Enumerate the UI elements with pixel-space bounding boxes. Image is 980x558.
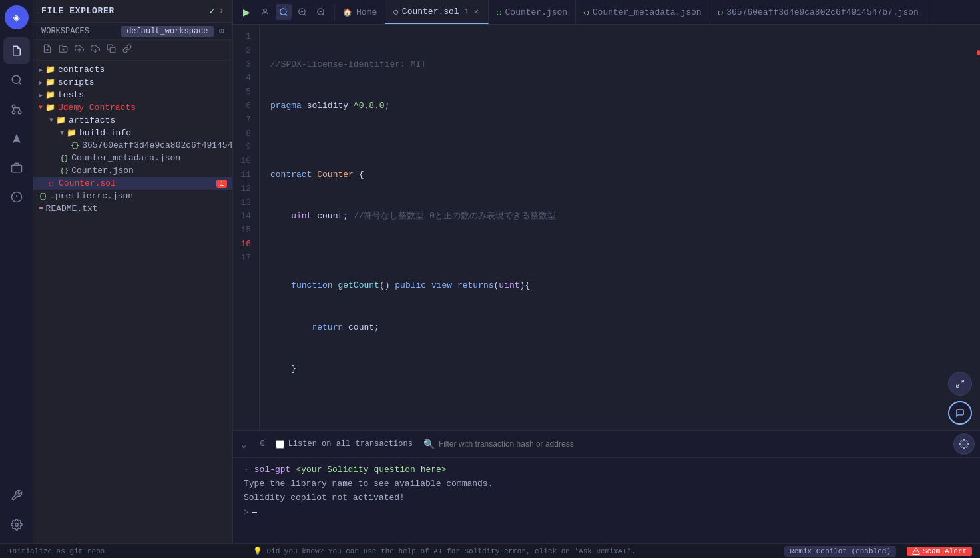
tree-item-counter-json[interactable]: {} Counter.json <box>33 164 232 177</box>
status-info-text: Did you know? You can use the help of AI… <box>266 547 636 555</box>
tab-home[interactable]: 🏠 Home <box>335 0 385 24</box>
filter-container: 🔍 <box>423 439 948 450</box>
collapse-icon[interactable]: ⌄ <box>238 437 249 451</box>
tree-item-contracts[interactable]: ▶ 📁 contracts <box>33 63 232 76</box>
tab-counter-sol[interactable]: ◯ Counter.sol 1 ✕ <box>385 0 489 24</box>
listen-checkbox-input[interactable] <box>276 440 284 449</box>
folder-icon: 📁 <box>45 77 55 87</box>
folder-icon: 📁 <box>56 115 66 125</box>
info-icon: 💡 <box>253 547 262 555</box>
svg-point-4 <box>12 111 15 114</box>
terminal-line-3: Solidity copilot not activated! <box>244 491 969 505</box>
json-icon: {} <box>60 167 69 175</box>
copy-icon[interactable] <box>105 43 117 57</box>
new-file-icon[interactable] <box>41 43 53 57</box>
tree-item-365760[interactable]: {} 365760eaff3d4e9ca802c6f491454... <box>33 139 232 152</box>
code-editor[interactable]: //SPDX-License-Identifier: MIT pragma so… <box>260 25 980 430</box>
terminal-cursor <box>252 512 257 513</box>
activity-wrench[interactable] <box>3 482 30 509</box>
new-folder-icon[interactable] <box>57 43 69 57</box>
chevron-down-icon: ▶ <box>39 66 43 74</box>
filter-input[interactable] <box>439 439 948 449</box>
ws-label2: WORKSPACES <box>41 27 89 36</box>
sidebar-title: FILE EXPLORER <box>41 6 115 16</box>
check-icon[interactable]: ✓ <box>209 5 214 17</box>
arrow-icon[interactable]: › <box>219 5 224 17</box>
link-icon[interactable] <box>121 43 133 57</box>
ai-chat-btn[interactable] <box>948 401 972 425</box>
scam-alert-text: Scam Alert <box>923 547 967 555</box>
tree-item-label: README.txt <box>46 204 98 214</box>
folder-icon: 📁 <box>45 65 55 75</box>
home-icon: 🏠 <box>343 8 352 17</box>
svg-line-1 <box>19 82 21 84</box>
terminal-cmd: sol-gpt <box>254 463 291 477</box>
tab-label: Home <box>356 7 377 17</box>
zoom-out-btn[interactable] <box>313 4 329 20</box>
svg-point-0 <box>12 75 20 83</box>
json-icon: {} <box>39 192 47 200</box>
tree-item-badge: 1 <box>216 180 227 188</box>
json-icon: {} <box>71 142 79 150</box>
editor-area: 1 2 3 4 5 6 7 8 9 10 11 12 13 <box>233 25 980 543</box>
chevron-icon: ▶ <box>39 91 43 99</box>
svg-line-27 <box>957 384 959 387</box>
tree-item-prettierrc[interactable]: {} .prettierrc.json <box>33 190 232 202</box>
terminal-content: · sol-gpt <your Solidity question here> … <box>233 458 980 543</box>
tree-item-scripts[interactable]: ▶ 📁 scripts <box>33 76 232 89</box>
search-btn[interactable] <box>276 4 292 20</box>
terminal-text2: Solidity copilot not activated! <box>244 491 405 505</box>
tree-item-buildinfo[interactable]: ▼ 📁 build-info <box>33 127 232 139</box>
tree-item-label: Counter.sol <box>59 178 116 188</box>
svg-line-26 <box>961 380 963 383</box>
copilot-status[interactable]: Remix Copilot (enabled) <box>784 546 896 557</box>
tab-number: 1 <box>465 8 469 15</box>
activity-deploy[interactable] <box>3 125 30 152</box>
activity-files[interactable] <box>3 37 30 64</box>
tree-item-counter-sol[interactable]: ◯ Counter.sol 1 <box>33 177 232 190</box>
terminal-text: Type the library name to see available c… <box>244 477 493 491</box>
listen-checkbox-label[interactable]: Listen on all transactions <box>276 439 413 449</box>
workspace-current-badge[interactable]: default_workspace <box>121 26 213 37</box>
tab-tx-hash[interactable]: ◯ 365760eaff3d4e9ca802c6f4914547b7.json <box>710 0 927 24</box>
scam-alert[interactable]: Scam Alert <box>907 547 972 556</box>
tab-counter-metadata[interactable]: ◯ Counter_metadata.json <box>576 0 710 24</box>
editor-content[interactable]: 1 2 3 4 5 6 7 8 9 10 11 12 13 <box>233 25 980 430</box>
tree-item-label: scripts <box>58 77 95 87</box>
tree-item-readme[interactable]: ≡ README.txt <box>33 202 232 215</box>
sol-file-icon: ◯ <box>393 7 398 16</box>
tree-item-label: contracts <box>58 65 105 75</box>
bottom-panel-toolbar: ⌄ 0 Listen on all transactions 🔍 <box>233 431 980 458</box>
workspace-plus-btn[interactable]: ⊕ <box>219 25 224 37</box>
git-status[interactable]: Initialize as git repo <box>8 547 105 555</box>
tab-actions: ▶ <box>233 4 335 20</box>
activity-search[interactable] <box>3 67 30 93</box>
tree-item-counter-metadata[interactable]: {} Counter_metadata.json <box>33 152 232 164</box>
upload-icon[interactable] <box>73 43 85 57</box>
run-button[interactable]: ▶ <box>238 4 254 20</box>
expand-btn[interactable] <box>948 372 972 396</box>
activity-git[interactable] <box>3 96 30 123</box>
terminal-arg: <your Solidity question here> <box>296 463 446 477</box>
bottom-settings-btn[interactable] <box>953 433 975 455</box>
tab-close-btn[interactable]: ✕ <box>473 7 480 17</box>
activity-settings[interactable] <box>3 511 30 538</box>
svg-point-25 <box>963 443 965 445</box>
tree-item-udemy[interactable]: ▼ 📁 Udemy_Contracts <box>33 101 232 114</box>
chevron-icon: ▶ <box>39 79 43 87</box>
tree-item-label: Counter_metadata.json <box>71 153 180 163</box>
tree-item-artifacts[interactable]: ▼ 📁 artifacts <box>33 114 232 127</box>
chevron-down-icon: ▼ <box>49 117 53 124</box>
zoom-in-btn[interactable] <box>294 4 310 20</box>
tab-counter-json[interactable]: ◯ Counter.json <box>489 0 576 24</box>
tree-item-tests[interactable]: ▶ 📁 tests <box>33 89 232 101</box>
download-icon[interactable] <box>89 43 101 57</box>
main-content: ▶ 🏠 Home ◯ <box>233 0 980 543</box>
user-button[interactable] <box>257 4 273 20</box>
folder-icon: 📁 <box>45 103 55 113</box>
sidebar: FILE EXPLORER ✓ › ☰ WORKSPACES default_w… <box>33 0 233 543</box>
svg-point-2 <box>18 111 21 114</box>
activity-plugin[interactable] <box>3 154 30 181</box>
activity-debug[interactable] <box>3 184 30 210</box>
terminal-line-1: · sol-gpt <your Solidity question here> <box>244 463 969 477</box>
